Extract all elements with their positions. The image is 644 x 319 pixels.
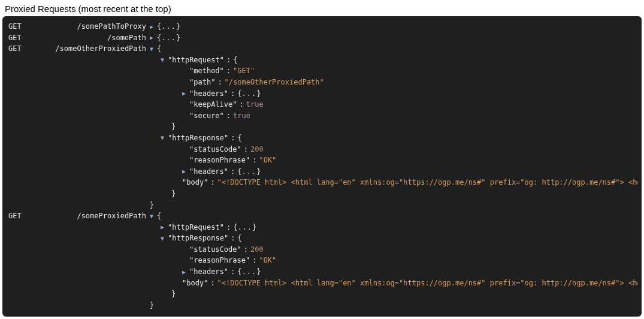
json-brace: }: [150, 300, 154, 311]
chevron-right-icon[interactable]: [150, 33, 157, 43]
request-path: /someProxiedPath: [32, 210, 150, 222]
json-brace: }: [176, 21, 180, 32]
json-brace: {: [157, 210, 161, 222]
json-brace: {: [157, 32, 161, 44]
json-brace: {: [157, 21, 161, 32]
chevron-right-icon[interactable]: [182, 167, 189, 176]
request-method: GET: [6, 21, 32, 32]
json-brace: {: [237, 233, 241, 244]
chevron-down-icon[interactable]: [161, 55, 168, 65]
json-key: body: [186, 178, 204, 186]
json-key: method: [193, 67, 219, 75]
json-boolean: true: [233, 110, 250, 122]
request-method: GET: [6, 43, 32, 55]
json-key: reasonPhrase: [193, 156, 246, 164]
json-key: reasonPhrase: [193, 256, 246, 264]
request-path: /somePath: [32, 32, 150, 44]
json-key: secure: [193, 112, 219, 120]
json-number: 200: [250, 144, 264, 155]
json-key: body: [186, 279, 204, 287]
chevron-right-icon[interactable]: [182, 267, 189, 277]
json-brace: }: [176, 32, 180, 44]
request-row: GET /someProxiedPath { "httpRequest" : {…: [6, 210, 638, 311]
chevron-down-icon[interactable]: [161, 234, 168, 243]
json-brace: }: [171, 188, 176, 200]
chevron-down-icon[interactable]: [150, 212, 157, 221]
json-ellipsis: ...: [242, 88, 257, 100]
json-ellipsis: ...: [161, 21, 176, 32]
json-brace: {: [233, 55, 237, 66]
json-key: headers: [193, 89, 224, 98]
json-key: httpRequest: [172, 223, 219, 231]
json-brace: {: [157, 43, 161, 55]
request-row: GET /somePathToProxy { ... }: [6, 21, 638, 32]
json-ellipsis: ...: [242, 166, 257, 177]
json-key: keepAlive: [193, 100, 232, 109]
json-key: headers: [193, 267, 224, 276]
chevron-right-icon[interactable]: [161, 222, 168, 232]
json-string: <!DOCTYPE html> <html lang="en" xmlns:og…: [222, 178, 638, 186]
json-key: statusCode: [193, 245, 237, 254]
json-key: path: [193, 78, 211, 86]
json-ellipsis: ...: [242, 266, 257, 278]
json-string: <!DOCTYPE html> <html lang="en" xmlns:og…: [222, 279, 638, 287]
json-key: httpResponse: [172, 234, 224, 242]
json-key: httpResponse: [172, 134, 224, 142]
page-title: Proxied Requests (most recent at the top…: [5, 4, 642, 14]
request-method: GET: [6, 32, 32, 44]
chevron-right-icon[interactable]: [182, 89, 189, 98]
json-string: OK: [264, 156, 272, 164]
json-brace: }: [171, 121, 176, 133]
request-path: /somePathToProxy: [32, 21, 150, 32]
json-brace: }: [150, 200, 154, 211]
json-string: /someOtherProxiedPath: [229, 78, 320, 86]
request-path: /someOtherProxiedPath: [32, 43, 150, 55]
json-key: headers: [193, 167, 224, 176]
json-brace: {: [237, 133, 241, 144]
chevron-down-icon[interactable]: [161, 133, 168, 143]
json-ellipsis: ...: [237, 222, 252, 233]
requests-panel: GET /somePathToProxy { ... } GET /somePa…: [2, 16, 642, 317]
json-number: 200: [250, 244, 264, 255]
json-ellipsis: ...: [161, 32, 176, 44]
json-key: statusCode: [193, 145, 237, 154]
request-method: GET: [6, 210, 32, 222]
json-boolean: true: [246, 99, 264, 110]
chevron-down-icon[interactable]: [150, 44, 157, 54]
json-string: OK: [264, 256, 272, 264]
request-row: GET /someOtherProxiedPath { "httpRequest…: [6, 43, 638, 210]
json-brace: }: [171, 288, 176, 300]
request-row: GET /somePath { ... }: [6, 32, 638, 44]
chevron-right-icon[interactable]: [150, 22, 157, 32]
json-string: GET: [237, 67, 250, 75]
json-key: httpRequest: [172, 56, 219, 64]
